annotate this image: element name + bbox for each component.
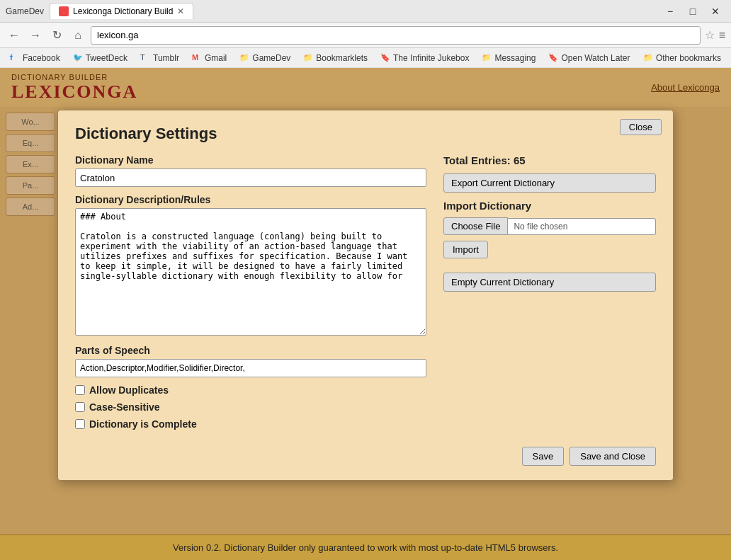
tweetdeck-icon: 🐦 [73, 53, 83, 63]
app-header: Dictionary Builder LEXICONGA About Lexic… [0, 68, 731, 107]
bookmark-facebook[interactable]: f Facebook [4, 52, 66, 64]
bookmark-bookmarklets[interactable]: 📁 Bookmarklets [298, 52, 373, 64]
bookmark-tumblr[interactable]: T Tumblr [135, 52, 185, 64]
home-button[interactable]: ⌂ [69, 27, 86, 44]
allow-duplicates-label: Allow Duplicates [89, 384, 169, 396]
case-sensitive-row: Case-Sensitive [75, 401, 426, 413]
bookmark-facebook-label: Facebook [23, 53, 60, 63]
modal-overlay: Close Dictionary Settings Dictionary Nam… [0, 107, 731, 535]
logo-dict-text: Dictionary Builder [11, 73, 137, 81]
modal-footer: Save Save and Close [75, 447, 656, 466]
modal-columns: Dictionary Name Dictionary Description/R… [75, 154, 656, 435]
modal-left-column: Dictionary Name Dictionary Description/R… [75, 154, 426, 435]
total-entries-count: 65 [514, 154, 526, 166]
bookmark-gamedev[interactable]: 📁 GameDev [234, 52, 296, 64]
other-bookmarks-icon: 📁 [643, 53, 653, 63]
save-and-close-button[interactable]: Save and Close [570, 447, 656, 466]
bookmark-open-watch-later-label: Open Watch Later [561, 53, 630, 63]
dict-name-label: Dictionary Name [75, 154, 426, 166]
bookmark-gmail[interactable]: M Gmail [186, 52, 232, 64]
modal-close-button[interactable]: Close [620, 119, 662, 135]
open-watch-later-icon: 🔖 [548, 53, 558, 63]
dict-complete-row: Dictionary is Complete [75, 418, 426, 430]
allow-duplicates-row: Allow Duplicates [75, 384, 426, 396]
bookmark-infinite-jukebox-label: The Infinite Jukebox [393, 53, 469, 63]
bookmarks-bar: f Facebook 🐦 TweetDeck T Tumblr M Gmail … [0, 48, 731, 68]
bookmark-messaging-label: Messaging [494, 53, 536, 63]
address-input[interactable] [91, 26, 701, 45]
parts-of-speech-label: Parts of Speech [75, 345, 426, 356]
bookmark-messaging[interactable]: 📁 Messaging [476, 52, 541, 64]
save-button[interactable]: Save [522, 447, 565, 466]
forward-button[interactable]: → [27, 27, 44, 44]
bookmark-tumblr-label: Tumblr [153, 53, 179, 63]
about-link[interactable]: About Lexiconga [651, 82, 720, 93]
dict-complete-checkbox[interactable] [75, 419, 85, 429]
case-sensitive-label: Case-Sensitive [89, 401, 160, 413]
bookmark-other-label: Other bookmarks [656, 53, 721, 63]
status-bar: Version 0.2. Dictionary Builder only gua… [0, 535, 731, 560]
close-window-button[interactable]: ✕ [706, 4, 725, 19]
dict-desc-label: Dictionary Description/Rules [75, 194, 426, 205]
tab-favicon [59, 6, 69, 16]
messaging-folder-icon: 📁 [482, 53, 492, 63]
app-main: Wo... Eq... Ex... Pa... Ad... Close Dict… [0, 107, 731, 535]
status-text: Version 0.2. Dictionary Builder only gua… [173, 542, 558, 553]
dictionary-settings-modal: Close Dictionary Settings Dictionary Nam… [57, 110, 674, 481]
dict-name-input[interactable] [75, 168, 426, 187]
bookmark-gmail-label: Gmail [205, 53, 227, 63]
import-section-title: Import Dictionary [443, 200, 656, 212]
browser-tab[interactable]: Lexiconga Dictionary Build ✕ [50, 3, 193, 19]
import-file-row: Choose File No file chosen [443, 217, 656, 235]
browser-menu-icon[interactable]: ≡ [719, 29, 725, 42]
infinite-jukebox-icon: 🔖 [380, 53, 390, 63]
bookmark-gamedev-label: GameDev [252, 53, 290, 63]
modal-title: Dictionary Settings [75, 125, 656, 143]
app-logo: Dictionary Builder LEXICONGA [11, 73, 137, 103]
bookmark-tweetdeck[interactable]: 🐦 TweetDeck [67, 52, 133, 64]
file-name-display: No file chosen [508, 218, 656, 235]
choose-file-button[interactable]: Choose File [443, 217, 508, 235]
total-entries-label: Total Entries: [443, 154, 511, 166]
gamedev-label: GameDev [6, 6, 44, 16]
allow-duplicates-checkbox[interactable] [75, 385, 85, 395]
browser-addressbar: ← → ↻ ⌂ ☆ ≡ [0, 23, 731, 48]
dict-complete-label: Dictionary is Complete [89, 418, 197, 430]
browser-titlebar: GameDev Lexiconga Dictionary Build ✕ − □… [0, 0, 731, 23]
modal-right-column: Total Entries: 65 Export Current Diction… [443, 154, 656, 435]
tumblr-icon: T [140, 53, 150, 63]
bookmark-star-icon[interactable]: ☆ [705, 28, 715, 42]
tab-title: Lexiconga Dictionary Build [73, 6, 173, 16]
parts-of-speech-input[interactable] [75, 359, 426, 377]
logo-main-text: LEXICONGA [11, 81, 137, 103]
case-sensitive-checkbox[interactable] [75, 402, 85, 412]
bookmark-open-watch-later[interactable]: 🔖 Open Watch Later [543, 52, 635, 64]
import-button[interactable]: Import [443, 241, 488, 258]
bookmark-infinite-jukebox[interactable]: 🔖 The Infinite Jukebox [375, 52, 475, 64]
empty-dict-button[interactable]: Empty Current Dictionary [443, 273, 656, 292]
dict-desc-textarea[interactable]: ### About Cratolon is a constructed lang… [75, 208, 426, 336]
bookmark-tweetdeck-label: TweetDeck [86, 53, 128, 63]
gmail-icon: M [192, 53, 202, 63]
minimize-button[interactable]: − [660, 4, 680, 19]
facebook-icon: f [10, 53, 20, 63]
total-entries: Total Entries: 65 [443, 154, 656, 166]
bookmark-other[interactable]: 📁 Other bookmarks [638, 52, 727, 64]
bookmark-bookmarklets-label: Bookmarklets [316, 53, 368, 63]
maximize-button[interactable]: □ [683, 4, 703, 19]
back-button[interactable]: ← [6, 27, 23, 44]
gamedev-folder-icon: 📁 [239, 53, 249, 63]
tab-close-icon[interactable]: ✕ [177, 6, 184, 16]
refresh-button[interactable]: ↻ [48, 27, 65, 44]
bookmarklets-folder-icon: 📁 [303, 53, 313, 63]
window-controls: − □ ✕ [660, 4, 725, 19]
export-dict-button[interactable]: Export Current Dictionary [443, 173, 656, 193]
